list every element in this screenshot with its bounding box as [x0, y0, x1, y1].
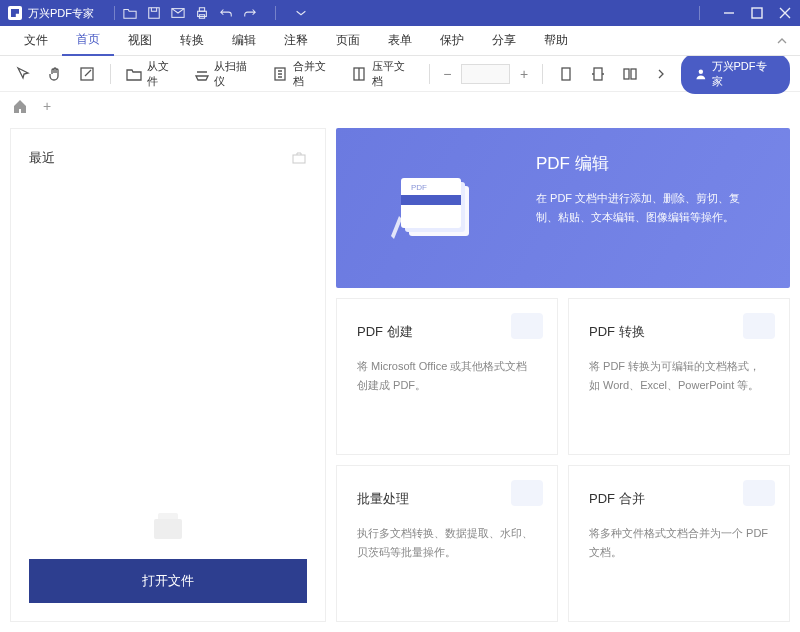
titlebar: 万兴PDF专家 — [0, 0, 800, 26]
hero-desc: 在 PDF 文档中进行添加、删除、剪切、复制、粘贴、文本编辑、图像编辑等操作。 — [536, 189, 760, 226]
card-title: PDF 创建 — [357, 323, 537, 341]
svg-rect-10 — [594, 68, 602, 80]
menu-convert[interactable]: 转换 — [166, 26, 218, 56]
create-icon — [511, 313, 543, 339]
window-controls — [691, 6, 792, 20]
collapse-ribbon-icon[interactable] — [774, 33, 790, 49]
menu-help[interactable]: 帮助 — [530, 26, 582, 56]
quick-actions — [123, 6, 308, 20]
folder-icon[interactable] — [123, 6, 137, 20]
recent-label: 最近 — [29, 149, 55, 167]
card-convert[interactable]: PDF 转换 将 PDF 转换为可编辑的文档格式，如 Word、Excel、Po… — [568, 298, 790, 455]
svg-text:PDF: PDF — [411, 183, 427, 192]
menu-page[interactable]: 页面 — [322, 26, 374, 56]
batch-icon — [511, 480, 543, 506]
fit-width-button[interactable] — [585, 62, 611, 86]
card-title: PDF 合并 — [589, 490, 769, 508]
two-page-button[interactable] — [617, 62, 643, 86]
home-tab-icon[interactable] — [12, 98, 28, 114]
separator — [110, 64, 111, 84]
svg-rect-14 — [293, 155, 305, 163]
card-merge[interactable]: PDF 合并 将多种文件格式文档合并为一个 PDF 文档。 — [568, 465, 790, 622]
svg-point-13 — [698, 69, 702, 73]
compress-doc-label: 压平文档 — [372, 59, 415, 89]
compress-doc-button[interactable]: 压平文档 — [346, 56, 419, 92]
svg-rect-5 — [752, 8, 762, 18]
from-scanner-button[interactable]: 从扫描仪 — [189, 56, 262, 92]
separator — [699, 6, 700, 20]
merge-icon — [743, 480, 775, 506]
open-file-button[interactable]: 打开文件 — [29, 559, 307, 603]
svg-rect-0 — [149, 8, 160, 19]
from-file-label: 从文件 — [147, 59, 179, 89]
redo-icon[interactable] — [243, 6, 257, 20]
feature-cards: PDF 创建 将 Microsoft Office 或其他格式文档创建成 PDF… — [336, 298, 790, 622]
mail-icon[interactable] — [171, 6, 185, 20]
briefcase-icon[interactable] — [291, 150, 307, 166]
menubar: 文件 首页 视图 转换 编辑 注释 页面 表单 保护 分享 帮助 — [0, 26, 800, 56]
menu-file[interactable]: 文件 — [10, 26, 62, 56]
card-desc: 执行多文档转换、数据提取、水印、贝茨码等批量操作。 — [357, 524, 537, 561]
menu-share[interactable]: 分享 — [478, 26, 530, 56]
save-icon[interactable] — [147, 6, 161, 20]
from-scanner-label: 从扫描仪 — [214, 59, 257, 89]
pointer-tool[interactable] — [10, 62, 36, 86]
minimize-button[interactable] — [722, 6, 736, 20]
separator — [275, 6, 276, 20]
fit-page-button[interactable] — [553, 62, 579, 86]
from-file-button[interactable]: 从文件 — [121, 56, 183, 92]
dropdown-icon[interactable] — [294, 6, 308, 20]
zoom-input[interactable] — [461, 64, 510, 84]
edit-tool[interactable] — [74, 62, 100, 86]
more-layout-button[interactable] — [649, 62, 675, 86]
hero-title: PDF 编辑 — [536, 152, 760, 175]
card-desc: 将 Microsoft Office 或其他格式文档创建成 PDF。 — [357, 357, 537, 394]
card-desc: 将 PDF 转换为可编辑的文档格式，如 Word、Excel、PowerPoin… — [589, 357, 769, 394]
svg-rect-12 — [631, 69, 636, 79]
menu-form[interactable]: 表单 — [374, 26, 426, 56]
toolbar: 从文件 从扫描仪 合并文档 压平文档 − + 万兴PDF专家 — [0, 56, 800, 92]
zoom-in-button[interactable]: + — [516, 66, 532, 82]
tabbar: + — [0, 92, 800, 120]
hero-edit-card[interactable]: PDF PDF 编辑 在 PDF 文档中进行添加、删除、剪切、复制、粘贴、文本编… — [336, 128, 790, 288]
menu-view[interactable]: 视图 — [114, 26, 166, 56]
svg-rect-3 — [199, 8, 204, 12]
app-logo — [8, 6, 22, 20]
separator — [114, 6, 115, 20]
merge-doc-label: 合并文档 — [293, 59, 336, 89]
convert-icon — [743, 313, 775, 339]
user-icon — [695, 68, 707, 80]
svg-rect-11 — [624, 69, 629, 79]
maximize-button[interactable] — [750, 6, 764, 20]
hero-illustration: PDF — [366, 152, 516, 264]
card-title: PDF 转换 — [589, 323, 769, 341]
menu-annotate[interactable]: 注释 — [270, 26, 322, 56]
merge-doc-button[interactable]: 合并文档 — [267, 56, 340, 92]
undo-icon[interactable] — [219, 6, 233, 20]
card-title: 批量处理 — [357, 490, 537, 508]
document-placeholder-icon — [154, 519, 182, 539]
card-batch[interactable]: 批量处理 执行多文档转换、数据提取、水印、贝茨码等批量操作。 — [336, 465, 558, 622]
separator — [542, 64, 543, 84]
svg-rect-9 — [562, 68, 570, 80]
expert-button[interactable]: 万兴PDF专家 — [681, 54, 790, 94]
card-desc: 将多种文件格式文档合并为一个 PDF 文档。 — [589, 524, 769, 561]
recent-empty — [29, 167, 307, 559]
zoom-out-button[interactable]: − — [440, 66, 456, 82]
print-icon[interactable] — [195, 6, 209, 20]
menu-edit[interactable]: 编辑 — [218, 26, 270, 56]
content-area: 最近 打开文件 PDF PDF 编辑 在 PDF 文档中进行添加、删除 — [0, 120, 800, 632]
expert-label: 万兴PDF专家 — [712, 59, 777, 89]
feature-panel: PDF PDF 编辑 在 PDF 文档中进行添加、删除、剪切、复制、粘贴、文本编… — [336, 128, 790, 622]
close-button[interactable] — [778, 6, 792, 20]
menu-protect[interactable]: 保护 — [426, 26, 478, 56]
app-title: 万兴PDF专家 — [28, 6, 94, 21]
separator — [429, 64, 430, 84]
add-tab-button[interactable]: + — [40, 99, 54, 113]
card-create[interactable]: PDF 创建 将 Microsoft Office 或其他格式文档创建成 PDF… — [336, 298, 558, 455]
recent-panel: 最近 打开文件 — [10, 128, 326, 622]
hand-tool[interactable] — [42, 62, 68, 86]
menu-home[interactable]: 首页 — [62, 26, 114, 56]
